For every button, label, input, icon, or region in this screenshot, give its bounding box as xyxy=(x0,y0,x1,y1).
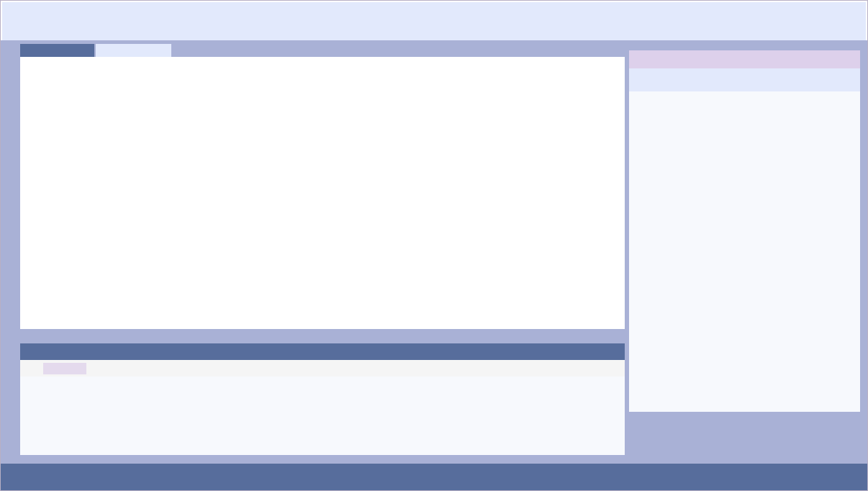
sidebar-body[interactable] xyxy=(629,91,860,412)
top-header-bar xyxy=(2,2,866,40)
toolbar-pill[interactable] xyxy=(43,363,86,374)
tabs-row xyxy=(20,44,625,57)
main-workspace xyxy=(1,40,867,464)
content-area xyxy=(20,44,625,449)
bottom-panel xyxy=(20,343,625,455)
toolbar-spacer xyxy=(20,360,43,377)
bottom-panel-body[interactable] xyxy=(20,377,625,455)
app-window xyxy=(0,0,868,491)
bottom-panel-header[interactable] xyxy=(20,343,625,360)
sidebar-panel xyxy=(629,50,860,412)
tab-active[interactable] xyxy=(20,44,94,57)
bottom-panel-toolbar xyxy=(20,360,625,377)
editor-canvas[interactable] xyxy=(20,57,625,329)
status-bar xyxy=(1,464,867,490)
sidebar-header[interactable] xyxy=(629,50,860,68)
tab-inactive[interactable] xyxy=(96,44,171,57)
sidebar-subheader xyxy=(629,68,860,91)
